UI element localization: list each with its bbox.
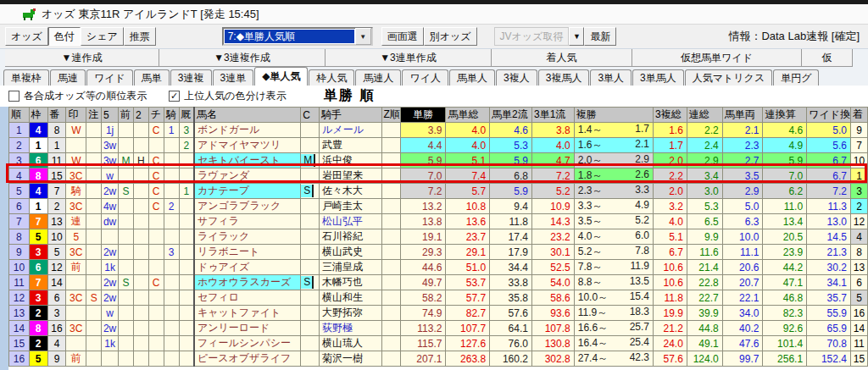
chevron-down-icon[interactable]: ▼	[355, 28, 371, 45]
screen-select-button[interactable]: 画面選	[381, 27, 424, 46]
table-row[interactable]: 117142wSCホウオウラスカーズS木幡巧也49.753.733.854.08…	[9, 275, 868, 290]
column-header-22[interactable]: 連総	[687, 108, 722, 123]
column-header-5[interactable]: 注	[86, 108, 102, 123]
group-tab-2[interactable]: ▼3連複作成	[159, 49, 326, 67]
table-row[interactable]: 3611W3wMHCセキトバイーストM浜中俊5.95.15.94.72.0～2.…	[9, 153, 868, 168]
tab-12[interactable]: 3複人	[496, 69, 537, 86]
column-header-7[interactable]: 前	[119, 108, 134, 123]
cell-horse: サフィラ	[194, 214, 301, 229]
table-row[interactable]: 48153CwCラヴァンダ岩田望来7.07.46.87.21.8～2.62.23…	[9, 168, 868, 184]
tab-16[interactable]: 人気マトリクス	[685, 69, 772, 86]
color-coding-checkbox[interactable]: ✓	[169, 91, 180, 102]
cell-note	[86, 229, 102, 245]
tab-10[interactable]: ワイ人	[402, 69, 448, 86]
column-header-17[interactable]: 馬単総	[446, 108, 490, 123]
table-row[interactable]: 10612前1kドゥアイズ三浦皇成44.651.034.452.57.8～11.…	[9, 260, 868, 275]
tab-13[interactable]: 3複馬人	[538, 69, 590, 86]
column-header-14[interactable]: 騎手	[320, 108, 381, 123]
column-header-24[interactable]: 連換算	[763, 108, 807, 123]
tab-7[interactable]: ◆単人気	[254, 67, 308, 86]
cell-waku: 2	[29, 336, 47, 351]
column-header-19[interactable]: 3単1流	[531, 108, 574, 123]
column-header-8[interactable]: 2	[133, 108, 148, 123]
tab-3[interactable]: ワイド	[86, 69, 133, 86]
tab-9[interactable]: 馬連人	[355, 69, 401, 86]
cell-kyu: 1	[179, 184, 194, 199]
cell-kyu	[179, 168, 194, 184]
cell-chi: C	[148, 153, 164, 168]
table-row[interactable]: 547騎2wSC1カナテープS佐々木大7.25.75.95.22.3～3.32.…	[9, 184, 868, 199]
table-row[interactable]: 85105ライラック石川裕紀19.123.717.423.24.0～6.05.1…	[9, 229, 868, 245]
other-odds-button[interactable]: 別オッズ	[424, 27, 477, 46]
cell-ren_total: 9.9	[687, 229, 722, 245]
rank-display-checkbox[interactable]	[8, 91, 19, 102]
column-header-21[interactable]: 3複総	[654, 108, 687, 123]
column-header-15[interactable]: Z順	[381, 108, 400, 123]
table-row[interactable]: 6123C4wC2アンゴラブラック戸崎圭太13.210.89.410.93.3～…	[9, 199, 868, 214]
group-tab-4[interactable]: 着人気	[492, 49, 632, 67]
rank-display-option[interactable]: 各合成オッズ等の順位表示	[8, 89, 147, 103]
column-header-2[interactable]: 枠	[29, 108, 47, 123]
cell-santan_1ryu: 52.5	[531, 260, 574, 275]
column-header-4[interactable]: 印	[66, 108, 86, 123]
group-tab-6[interactable]: 仮	[802, 49, 853, 67]
c-mark-badge: S	[301, 185, 314, 197]
tab-1[interactable]: 単複枠	[3, 69, 49, 86]
tab-5[interactable]: 3連複	[170, 69, 212, 86]
group-tab-3[interactable]: ▼3連単作成	[326, 49, 492, 67]
column-header-18[interactable]: 馬単2流	[490, 108, 532, 123]
cell-ren_kansan: 6.2	[763, 184, 807, 199]
tab-4[interactable]: 馬単	[134, 69, 170, 86]
tab-14[interactable]: 3単人	[590, 69, 632, 86]
column-header-6[interactable]: 5	[102, 108, 119, 123]
column-header-3[interactable]: 番	[47, 108, 66, 123]
table-row[interactable]: 15241kフィールシンパシー横山琉人115.7127.676.0130.816…	[9, 336, 868, 351]
table-row[interactable]: 148163C2wアンリーロード荻野極113.2107.764.1107.816…	[9, 321, 868, 336]
tab-11[interactable]: 馬単人	[449, 69, 495, 86]
table-row[interactable]: 1323wキャットファイト大野拓弥74.982.757.693.611.9～18…	[9, 306, 868, 321]
cell-fuku: 1.4～1.7	[574, 123, 653, 138]
tab-6[interactable]: 3連単	[213, 69, 254, 86]
column-header-1[interactable]: 順	[9, 108, 30, 123]
cell-fuku: 4.0～6.0	[574, 229, 653, 245]
tab-2[interactable]: 馬連	[50, 69, 86, 86]
cell-horse: キャットファイト	[194, 306, 301, 321]
color-coding-option[interactable]: ✓ 上位人気の色分け表示	[169, 89, 287, 103]
table-row[interactable]: 7713連dwサフィラ松山弘平13.813.611.814.33.5～5.24.…	[9, 214, 868, 229]
column-header-10[interactable]: 騎	[164, 108, 179, 123]
column-header-26[interactable]: 着	[850, 108, 867, 123]
cell-chaku: 5	[850, 290, 867, 306]
table-row[interactable]: 2113w2アドマイヤマツリ武豊4.44.05.34.01.6～2.11.72.…	[9, 138, 868, 153]
tab-15[interactable]: 3単馬人	[632, 69, 684, 86]
table-row[interactable]: 9353C2w3リラボニート横山武史29.329.117.930.15.2～7.…	[9, 245, 868, 260]
tab-8[interactable]: 枠人気	[309, 69, 354, 86]
cell-waku: 6	[29, 260, 47, 275]
column-header-13[interactable]: C	[301, 108, 320, 123]
column-header-23[interactable]: 馬単両	[722, 108, 763, 123]
table-row[interactable]: 1659前ピースオブザライフ菊沢一樹207.1263.8160.2302.827…	[9, 351, 868, 367]
cell-fuku: 10.0～15.4	[574, 290, 653, 306]
column-header-9[interactable]: チ	[148, 108, 164, 123]
group-tab-5[interactable]: 仮想馬単ワイド	[632, 49, 802, 67]
jv-fetch-dropdown-icon[interactable]: ▼	[569, 27, 584, 46]
cell-umatan_2ryu: 5.9	[490, 184, 532, 199]
view-mode-select[interactable]: 7:◆単勝人気順 ▼	[222, 27, 373, 46]
tab-17[interactable]: 単円グ	[773, 69, 819, 86]
odds-button[interactable]: オッズ	[5, 27, 48, 46]
latest-button[interactable]: 最新	[584, 27, 616, 46]
column-header-20[interactable]: 複勝	[574, 108, 653, 123]
cell-chaku: 10	[850, 153, 867, 168]
column-header-11[interactable]: 厩	[179, 108, 194, 123]
suihyo-button[interactable]: 推票	[124, 27, 156, 46]
table-row[interactable]: 12363CS2wセフィロ横山和生58.257.735.858.610.0～15…	[9, 290, 868, 306]
column-header-12[interactable]: 馬名	[194, 108, 301, 123]
color-button[interactable]: 色付	[48, 27, 81, 46]
column-header-25[interactable]: ワイド換	[807, 108, 851, 123]
table-row[interactable]: 148W1jC13ボンドガールルメール3.94.04.63.81.4～1.71.…	[9, 123, 868, 138]
cell-cmark	[301, 336, 320, 351]
column-header-16[interactable]: 単勝	[400, 108, 446, 123]
share-button[interactable]: シェア	[81, 27, 124, 46]
group-tab-1[interactable]: ▼連作成	[5, 49, 159, 67]
cell-mark: 3C	[66, 321, 86, 336]
cell-num: 14	[47, 275, 66, 290]
